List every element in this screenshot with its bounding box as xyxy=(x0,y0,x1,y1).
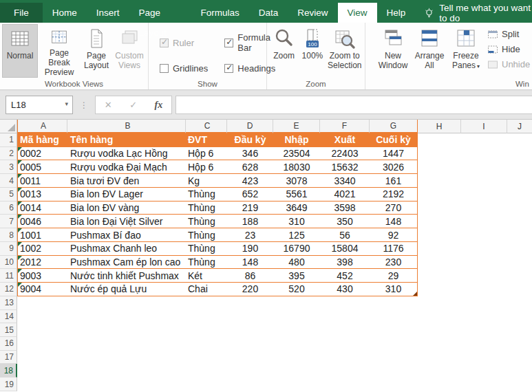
zoom-to-selection-button[interactable]: Zoom to Selection xyxy=(326,24,363,78)
cell-e8[interactable]: 125 xyxy=(273,228,320,242)
cell-b4[interactable]: Bia tươi ĐV đen xyxy=(67,174,186,188)
page-layout-view-button[interactable]: Page Layout xyxy=(81,24,112,78)
arrange-all-button[interactable]: Arrange All xyxy=(412,24,447,78)
tab-insert[interactable]: Insert xyxy=(87,3,129,23)
empty-cells[interactable] xyxy=(17,296,532,310)
cell-e2[interactable]: 23504 xyxy=(273,147,320,161)
cell-c2[interactable]: Hộp 6 xyxy=(186,147,227,161)
column-header-a[interactable]: A xyxy=(17,120,67,133)
cell-f11[interactable]: 452 xyxy=(320,269,370,283)
tab-help[interactable]: Help xyxy=(377,3,416,23)
cell-e7[interactable]: 310 xyxy=(273,215,320,228)
row-header-5[interactable]: 5 xyxy=(0,188,17,202)
row-header-6[interactable]: 6 xyxy=(0,202,17,215)
table-header-nhap[interactable]: Nhập xyxy=(273,133,320,147)
cell-g2[interactable]: 1447 xyxy=(370,147,418,161)
table-header-xuat[interactable]: Xuất xyxy=(320,133,370,147)
table-header-ma-hang[interactable]: Mã hàng xyxy=(17,133,67,147)
tab-file[interactable]: File xyxy=(0,3,43,23)
cell-g5[interactable]: 2192 xyxy=(370,188,418,202)
page-break-preview-button[interactable]: Page Break Preview xyxy=(38,24,81,78)
row-header-15[interactable]: 15 xyxy=(0,323,17,337)
cell-a10[interactable]: 2012 xyxy=(17,256,67,270)
row-header-10[interactable]: 10 xyxy=(0,256,17,270)
empty-cells[interactable] xyxy=(17,337,532,351)
cell-b9[interactable]: Pushmax Chanh leo xyxy=(67,242,186,256)
cell-a7[interactable]: 0046 xyxy=(17,215,67,228)
cell-f10[interactable]: 398 xyxy=(320,256,370,270)
cell-d7[interactable]: 188 xyxy=(227,215,273,228)
cell-d6[interactable]: 219 xyxy=(227,202,273,215)
cell-c7[interactable]: Thùng xyxy=(186,215,227,228)
empty-cells[interactable] xyxy=(17,323,532,337)
cell-f6[interactable]: 3598 xyxy=(320,202,370,215)
cell-g12[interactable]: 310 xyxy=(370,283,418,296)
row-header-18-active[interactable]: 18 xyxy=(0,364,17,378)
cell-d10[interactable]: 148 xyxy=(227,256,273,270)
cell-c12[interactable]: Chai xyxy=(186,283,227,296)
name-box-dropdown-icon[interactable]: ▾ xyxy=(65,100,68,107)
freeze-panes-button[interactable]: Freeze Panes▾ xyxy=(447,24,485,78)
cell-a4[interactable]: 0011 xyxy=(17,174,67,188)
cell-c5[interactable]: Thùng xyxy=(186,188,227,202)
cell-e5[interactable]: 5561 xyxy=(273,188,320,202)
tab-review[interactable]: Review xyxy=(288,3,337,23)
row-header-14[interactable]: 14 xyxy=(0,310,17,324)
cell-a9[interactable]: 1002 xyxy=(17,242,67,256)
cell-g8[interactable]: 92 xyxy=(370,228,418,242)
cell-f3[interactable]: 15632 xyxy=(320,160,370,174)
column-header-d[interactable]: D xyxy=(227,120,273,133)
row-header-16[interactable]: 16 xyxy=(0,337,17,351)
cancel-icon[interactable]: ✕ xyxy=(105,100,112,110)
unhide-button[interactable]: Unhide xyxy=(487,58,530,71)
row-header-4[interactable]: 4 xyxy=(0,174,17,188)
cell-b10[interactable]: Pushmax Cam ép lon cao xyxy=(67,256,186,270)
cell-d3[interactable]: 628 xyxy=(227,160,273,174)
split-button[interactable]: Split xyxy=(487,28,530,41)
cell-c4[interactable]: Kg xyxy=(186,174,227,188)
cell-c8[interactable]: Thùng xyxy=(186,228,227,242)
cell-f2[interactable]: 22403 xyxy=(320,147,370,161)
tab-data[interactable]: Data xyxy=(249,3,288,23)
cell-f7[interactable]: 350 xyxy=(320,215,370,228)
row-header-3[interactable]: 3 xyxy=(0,160,17,174)
select-all-button[interactable] xyxy=(0,120,17,133)
cell-b5[interactable]: Bia lon ĐV Lager xyxy=(67,188,186,202)
column-header-g[interactable]: G xyxy=(370,120,418,133)
column-header-e[interactable]: E xyxy=(273,120,320,133)
row-header-11[interactable]: 11 xyxy=(0,269,17,283)
tell-me-box[interactable]: Tell me what you want to do xyxy=(425,3,532,23)
cell-c11[interactable]: Két xyxy=(186,269,227,283)
row-header-8[interactable]: 8 xyxy=(0,228,17,242)
zoom-100-button[interactable]: 100 100% xyxy=(299,24,326,78)
cell-d12[interactable]: 220 xyxy=(227,283,273,296)
cell-e12[interactable]: 520 xyxy=(273,283,320,296)
cell-e4[interactable]: 3078 xyxy=(273,174,320,188)
column-header-b[interactable]: B xyxy=(67,120,186,133)
cell-g4[interactable]: 161 xyxy=(370,174,418,188)
table-header-dvt[interactable]: ĐVT xyxy=(186,133,227,147)
cell-f8[interactable]: 56 xyxy=(320,228,370,242)
empty-cells[interactable] xyxy=(17,378,532,391)
cell-a12[interactable]: 9004 xyxy=(17,283,67,296)
row-header-7[interactable]: 7 xyxy=(0,215,17,228)
cell-a11[interactable]: 9003 xyxy=(17,269,67,283)
tab-view[interactable]: View xyxy=(338,3,377,23)
cell-g3[interactable]: 3026 xyxy=(370,160,418,174)
row-header-19[interactable]: 19 xyxy=(0,378,17,391)
cell-b6[interactable]: Bia lon ĐV vàng xyxy=(67,202,186,215)
row-header-17[interactable]: 17 xyxy=(0,351,17,364)
column-header-h[interactable]: H xyxy=(418,120,461,133)
empty-cells[interactable] xyxy=(17,364,532,378)
cell-c6[interactable]: Thùng xyxy=(186,202,227,215)
empty-cells[interactable] xyxy=(17,351,532,364)
cell-g10[interactable]: 230 xyxy=(370,256,418,270)
ruler-checkbox[interactable]: ✓ Ruler xyxy=(160,32,208,53)
table-header-dau-ky[interactable]: Đầu kỳ xyxy=(227,133,273,147)
cell-d8[interactable]: 23 xyxy=(227,228,273,242)
row-header-13[interactable]: 13 xyxy=(0,296,17,310)
cell-d2[interactable]: 346 xyxy=(227,147,273,161)
cell-a2[interactable]: 0002 xyxy=(17,147,67,161)
cell-g9[interactable]: 1176 xyxy=(370,242,418,256)
cell-b7[interactable]: Bia lon Đại Việt Silver xyxy=(67,215,186,228)
